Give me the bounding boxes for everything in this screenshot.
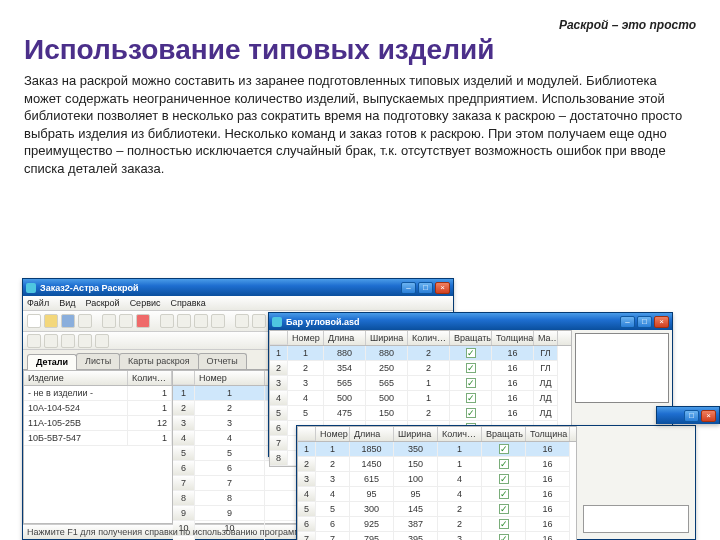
col-mat[interactable]: Ма… xyxy=(534,331,558,345)
table-row[interactable]: 223542502✓16ГЛ xyxy=(270,361,571,376)
maximize-button[interactable]: □ xyxy=(684,410,699,422)
col-num[interactable]: Номер xyxy=(288,331,324,345)
col-qty[interactable]: Колич… xyxy=(128,371,172,385)
table-row[interactable]: 118808802✓16ГЛ xyxy=(270,346,571,361)
col-thick[interactable]: Толщина xyxy=(526,427,570,441)
preview-panel xyxy=(575,333,669,403)
close-button[interactable]: × xyxy=(701,410,716,422)
toolbtn-icon[interactable] xyxy=(61,334,75,348)
table-row[interactable]: 777953953✓16 xyxy=(298,532,576,540)
toolbtn-redo-icon[interactable] xyxy=(119,314,133,328)
maximize-button[interactable]: □ xyxy=(637,316,652,328)
col-len[interactable]: Длина xyxy=(350,427,394,441)
table-row[interactable]: 1118503501✓16 xyxy=(298,442,576,457)
table-row[interactable]: 554751502✓16ЛД xyxy=(270,406,571,421)
col-thick[interactable]: Толщина xyxy=(492,331,534,345)
products-grid[interactable]: Изделие Колич… - не в изделии -110А-104-… xyxy=(23,370,173,524)
col-product[interactable]: Изделие xyxy=(24,371,128,385)
menubar: Файл Вид Раскрой Сервис Справка xyxy=(23,296,453,311)
toolbtn-play-icon[interactable] xyxy=(136,314,150,328)
table-row[interactable]: - не в изделии -1 xyxy=(24,386,172,401)
checkbox-icon[interactable]: ✓ xyxy=(466,378,476,388)
toolbtn-icon[interactable] xyxy=(160,314,174,328)
window-item: Номер Длина Ширина Колич… Вращать Толщин… xyxy=(296,425,696,540)
toolbtn-icon[interactable] xyxy=(235,314,249,328)
table-row[interactable]: 336151004✓16 xyxy=(298,472,576,487)
table-row[interactable]: 335655651✓16ЛД xyxy=(270,376,571,391)
tab-reports[interactable]: Отчеты xyxy=(198,353,247,369)
toolbtn-icon[interactable] xyxy=(211,314,225,328)
col-rotate[interactable]: Вращать xyxy=(450,331,492,345)
col-width[interactable]: Ширина xyxy=(366,331,408,345)
toolbtn-new-icon[interactable] xyxy=(27,314,41,328)
checkbox-icon[interactable]: ✓ xyxy=(466,393,476,403)
toolbtn-icon[interactable] xyxy=(177,314,191,328)
table-row[interactable]: 11А-105-25В12 xyxy=(24,416,172,431)
minimize-button[interactable]: – xyxy=(401,282,416,294)
maximize-button[interactable]: □ xyxy=(418,282,433,294)
col-width[interactable]: Ширина xyxy=(394,427,438,441)
menu-service[interactable]: Сервис xyxy=(130,298,161,308)
col-num[interactable]: Номер xyxy=(316,427,350,441)
table-row[interactable]: 10Б-5В7-5471 xyxy=(24,431,172,446)
close-button[interactable]: × xyxy=(654,316,669,328)
toolbtn-icon[interactable] xyxy=(194,314,208,328)
toolbtn-save-icon[interactable] xyxy=(61,314,75,328)
table-row[interactable]: 553001452✓16 xyxy=(298,502,576,517)
window-background: □ × xyxy=(656,406,720,424)
toolbtn-undo-icon[interactable] xyxy=(102,314,116,328)
toolbtn-icon[interactable] xyxy=(95,334,109,348)
minimize-button[interactable]: – xyxy=(620,316,635,328)
col-rotate[interactable]: Вращать xyxy=(482,427,526,441)
checkbox-icon[interactable]: ✓ xyxy=(499,474,509,484)
checkbox-icon[interactable]: ✓ xyxy=(499,534,509,540)
app-icon xyxy=(26,283,36,293)
toolbtn-icon[interactable] xyxy=(44,334,58,348)
table-row[interactable]: 10А-104-5241 xyxy=(24,401,172,416)
checkbox-icon[interactable]: ✓ xyxy=(499,504,509,514)
toolbtn-open-icon[interactable] xyxy=(44,314,58,328)
tab-sheets[interactable]: Листы xyxy=(76,353,120,369)
tagline: Раскрой – это просто xyxy=(24,18,696,32)
table-row[interactable]: 669253872✓16 xyxy=(298,517,576,532)
table-row[interactable]: 2214501501✓16 xyxy=(298,457,576,472)
parts-grid[interactable]: Номер Длина Ширина Колич… Вращать Толщин… xyxy=(297,426,577,540)
checkbox-icon[interactable]: ✓ xyxy=(466,408,476,418)
toolbtn-icon[interactable] xyxy=(78,334,92,348)
table-row[interactable]: 4495954✓16 xyxy=(298,487,576,502)
table-row[interactable]: 445005001✓16ЛД xyxy=(270,391,571,406)
checkbox-icon[interactable]: ✓ xyxy=(499,489,509,499)
menu-help[interactable]: Справка xyxy=(170,298,205,308)
checkbox-icon[interactable]: ✓ xyxy=(466,363,476,373)
toolbtn-print-icon[interactable] xyxy=(78,314,92,328)
checkbox-icon[interactable]: ✓ xyxy=(499,444,509,454)
page-title: Использование типовых изделий xyxy=(24,34,696,66)
toolbtn-icon[interactable] xyxy=(252,314,266,328)
app-icon xyxy=(272,317,282,327)
window-title: Бар угловой.asd xyxy=(286,317,616,327)
col-num[interactable]: Номер xyxy=(195,371,265,385)
col-qty[interactable]: Колич… xyxy=(408,331,450,345)
tab-details[interactable]: Детали xyxy=(27,354,77,370)
menu-cut[interactable]: Раскрой xyxy=(85,298,119,308)
toolbtn-icon[interactable] xyxy=(27,334,41,348)
tab-maps[interactable]: Карты раскроя xyxy=(119,353,198,369)
body-text: Заказ на раскрой можно составить из зара… xyxy=(24,72,696,177)
col-len[interactable]: Длина xyxy=(324,331,366,345)
checkbox-icon[interactable]: ✓ xyxy=(466,348,476,358)
menu-view[interactable]: Вид xyxy=(59,298,75,308)
window-title: Заказ2-Астра Раскрой xyxy=(40,283,397,293)
menu-file[interactable]: Файл xyxy=(27,298,49,308)
col-qty[interactable]: Колич… xyxy=(438,427,482,441)
close-button[interactable]: × xyxy=(435,282,450,294)
preview-panel xyxy=(583,505,689,533)
checkbox-icon[interactable]: ✓ xyxy=(499,519,509,529)
checkbox-icon[interactable]: ✓ xyxy=(499,459,509,469)
titlebar[interactable]: Заказ2-Астра Раскрой – □ × xyxy=(23,279,453,296)
